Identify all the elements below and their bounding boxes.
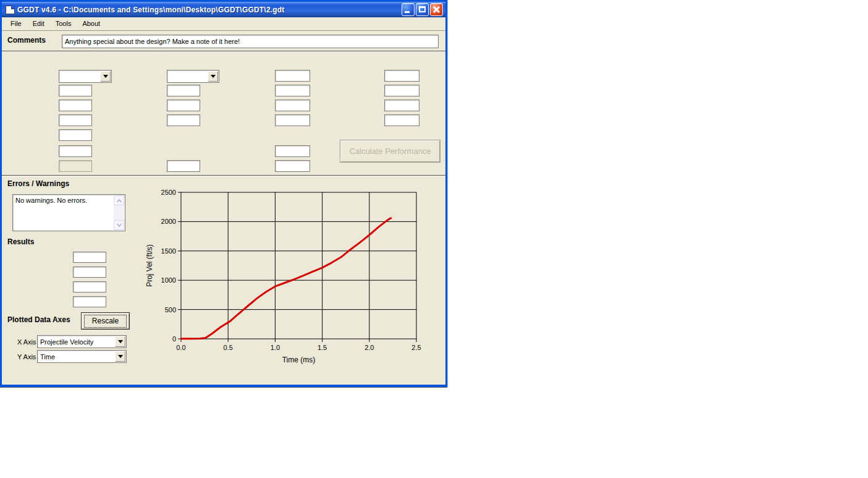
gas-combo[interactable] (59, 70, 112, 83)
svg-text:1.5: 1.5 (318, 344, 327, 351)
rescale-button-label: Rescale (84, 315, 127, 328)
errors-text: No warnings. No errors. (15, 197, 112, 204)
maximize-icon (419, 6, 426, 12)
chevron-up-icon (117, 199, 122, 204)
inner-diam-input[interactable] (59, 129, 92, 141)
y-axis-combo[interactable]: Time (37, 350, 127, 363)
minimize-button[interactable] (402, 3, 415, 16)
menu-file[interactable]: File (5, 18, 27, 30)
x-axis-value: Projectile Velocity (38, 338, 114, 346)
menu-tools[interactable]: Tools (50, 18, 77, 30)
friction-input[interactable] (384, 70, 419, 82)
scroll-down-button[interactable] (114, 220, 124, 230)
svg-text:2500: 2500 (161, 189, 176, 196)
window-title: GGDT v4.6 - C:\Documents and Settings\mo… (17, 6, 285, 14)
of-valves-input[interactable] (167, 85, 200, 96)
mass-input[interactable] (384, 85, 419, 96)
muzzle-velocity-output (73, 296, 106, 307)
menu-edit[interactable]: Edit (27, 18, 50, 30)
svg-text:0.5: 0.5 (224, 344, 233, 351)
svg-text:2.5: 2.5 (411, 344, 421, 351)
y-axis-dropdown-button[interactable] (115, 351, 125, 362)
minimize-icon (405, 11, 410, 13)
comments-label: Comments (7, 36, 46, 45)
scroll-up-button[interactable] (114, 195, 124, 205)
x-axis-label: X Axis (17, 338, 36, 346)
gas-dropdown-button[interactable] (100, 71, 111, 82)
volume-input (59, 160, 92, 172)
app-icon (6, 6, 15, 14)
svg-text:0: 0 (172, 335, 176, 343)
svg-text:1000: 1000 (161, 276, 176, 284)
flow-coef-input[interactable] (167, 100, 200, 111)
piston-mass-input[interactable] (275, 85, 310, 96)
app-window: GGDT v4.6 - C:\Documents and Settings\mo… (0, 0, 447, 387)
pilot-volume-input[interactable] (275, 114, 310, 126)
errors-scrollbar[interactable] (114, 195, 124, 230)
menu-about[interactable]: About (77, 18, 106, 30)
x-axis-combo[interactable]: Projectile Velocity (37, 335, 127, 348)
chevron-down-icon (118, 340, 123, 343)
travel-time-output (73, 252, 106, 263)
piston-diam-input[interactable] (275, 70, 310, 82)
svg-text:0.0: 0.0 (176, 344, 185, 351)
length-input[interactable] (59, 145, 92, 157)
velocity-time-chart: 0.00.51.01.52.02.505001000150020002500Ti… (141, 182, 436, 377)
results-title: Results (7, 237, 34, 246)
pressure-drop-output (73, 267, 106, 278)
rescale-button[interactable]: Rescale (81, 312, 130, 330)
diameter-input[interactable] (384, 100, 419, 111)
svg-text:Proj Vel (ft/s): Proj Vel (ft/s) (145, 244, 154, 287)
chevron-down-icon (118, 355, 123, 358)
svg-text:2.0: 2.0 (364, 344, 374, 351)
y-axis-value: Time (38, 353, 114, 361)
separator (2, 175, 445, 176)
title-bar[interactable]: GGDT v4.6 - C:\Documents and Settings\mo… (2, 2, 445, 17)
window-controls (402, 3, 443, 16)
y-axis-label: Y Axis (17, 353, 36, 361)
chevron-down-icon (103, 75, 108, 78)
valve-type-combo[interactable] (167, 70, 219, 83)
x-axis-dropdown-button[interactable] (115, 336, 125, 347)
errors-title: Errors / Warnings (7, 179, 69, 188)
temperature-input[interactable] (59, 85, 92, 96)
svg-text:2000: 2000 (161, 218, 176, 225)
vent-diam-input[interactable] (275, 100, 310, 111)
close-button[interactable] (430, 3, 443, 16)
separator (2, 51, 445, 52)
seat-diam-input[interactable] (167, 114, 200, 126)
menu-bar: FileEditToolsAbout (2, 17, 445, 31)
valve-type-dropdown-button[interactable] (208, 71, 218, 82)
comments-input[interactable]: Anything special about the design? Make … (62, 35, 439, 48)
svg-text:500: 500 (165, 306, 176, 314)
chevron-down-icon (117, 222, 122, 227)
outer-diam-input[interactable] (59, 114, 92, 126)
dead-volume-input[interactable] (167, 160, 200, 172)
svg-text:1.0: 1.0 (271, 344, 280, 351)
chevron-down-icon (211, 75, 216, 78)
bore-input[interactable] (275, 145, 310, 157)
calculate-performance-button[interactable]: Calculate Performance (340, 140, 440, 163)
errors-textbox[interactable]: No warnings. No errors. (12, 194, 125, 231)
muzzle-energy-output (73, 281, 106, 292)
svg-text:Time (ms): Time (ms) (282, 356, 316, 364)
pressure-input[interactable] (59, 100, 92, 111)
svg-text:1500: 1500 (161, 247, 176, 255)
length-input[interactable] (275, 160, 310, 172)
maximize-button[interactable] (416, 3, 429, 16)
plotted-axes-title: Plotted Data Axes (7, 315, 70, 324)
initial-position-input[interactable] (384, 114, 419, 126)
